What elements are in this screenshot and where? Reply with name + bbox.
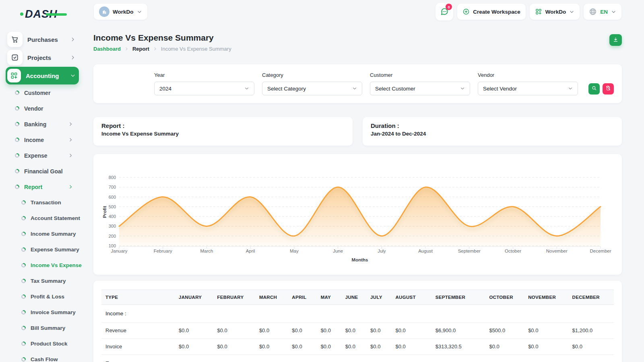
messages-button[interactable]: 0 <box>436 3 453 21</box>
svg-text:Months: Months <box>352 257 368 262</box>
logo-accent-bar <box>46 13 67 16</box>
cell-value: $0.0 <box>485 339 524 355</box>
customer-select[interactable]: Select Customer <box>370 82 470 95</box>
messages-badge: 0 <box>446 4 452 10</box>
table-section-income: Income : <box>101 305 614 323</box>
download-report-button[interactable] <box>609 34 622 46</box>
sidebar-item-financial-goal[interactable]: Financial Goal <box>0 163 85 179</box>
cell-value: $0.0 <box>391 323 431 339</box>
chevron-down-icon <box>352 86 357 91</box>
sidebar-item-label: Accounting <box>26 72 65 79</box>
sidebar-item-label: Cash Flow <box>31 356 58 362</box>
column-header-february: FEBRUARY <box>213 290 255 305</box>
category-select[interactable]: Select Category <box>262 82 362 95</box>
sidebar-item-cash-flow[interactable]: Cash Flow <box>0 352 85 362</box>
column-header-may: MAY <box>317 290 341 305</box>
sidebar-item-purchases[interactable]: Purchases <box>6 31 79 48</box>
donut-icon <box>21 247 26 252</box>
column-header-type: TYPE <box>101 290 175 305</box>
chevron-down-icon <box>460 86 465 91</box>
sidebar-item-expense[interactable]: Expense <box>0 148 85 163</box>
sidebar-item-income-summary[interactable]: Income Summary <box>0 226 85 242</box>
chevron-right-icon <box>153 47 157 51</box>
sidebar: DASH PurchasesProjectsAccountingCustomer… <box>0 0 85 362</box>
cell-value: $0.0 <box>568 339 614 355</box>
year-select[interactable]: 2024 <box>154 82 254 95</box>
breadcrumb-item-report[interactable]: Report <box>132 46 149 52</box>
sidebar-item-invoice-summary[interactable]: Invoice Summary <box>0 304 85 320</box>
sidebar-item-label: Transaction <box>31 200 61 206</box>
filter-card: Year 2024 Category Select Category Custo… <box>93 64 622 103</box>
sidebar-item-label: Income Summary <box>31 231 76 237</box>
donut-icon <box>21 278 26 284</box>
workspace-switcher[interactable]: WorkDo <box>94 4 147 20</box>
create-workspace-label: Create Workspace <box>473 9 520 15</box>
sidebar-item-customer[interactable]: Customer <box>0 85 85 101</box>
sidebar-item-label: Projects <box>27 54 65 61</box>
reset-filter-button[interactable] <box>603 83 614 95</box>
sidebar-item-banking[interactable]: Banking <box>0 116 85 132</box>
content: Income Vs Expense Summary DashboardRepor… <box>85 23 644 362</box>
vendor-select[interactable]: Select Vendor <box>478 82 578 95</box>
cell-value: $0.0 <box>341 323 366 339</box>
income-vs-expense-table: TYPEJANUARYFEBRUARYMARCHAPRILMAYJUNEJULY… <box>101 290 614 362</box>
workspace-name: WorkDo <box>113 9 134 15</box>
svg-text:July: July <box>378 249 386 253</box>
section-label: Expense : <box>101 355 614 362</box>
breadcrumb-item-income-vs-expense-summary: Income Vs Expense Summary <box>161 46 231 52</box>
donut-icon <box>14 137 20 142</box>
category-select-value: Select Category <box>267 86 306 92</box>
cell-value: $0.0 <box>317 339 341 355</box>
chevron-right-icon <box>70 37 76 42</box>
sidebar-item-income-vs-expense[interactable]: Income Vs Expense <box>0 257 85 273</box>
chevron-right-icon <box>68 153 73 158</box>
apply-filter-button[interactable] <box>588 83 600 95</box>
chevron-down-icon <box>569 9 574 14</box>
brand-logo[interactable]: DASH <box>21 7 73 21</box>
sidebar-item-projects[interactable]: Projects <box>6 49 79 66</box>
donut-icon <box>21 325 26 331</box>
breadcrumb-item-dashboard[interactable]: Dashboard <box>93 46 121 52</box>
svg-text:100: 100 <box>109 243 116 248</box>
chevron-right-icon <box>124 47 129 51</box>
check-square-icon <box>7 50 23 65</box>
sidebar-item-account-statement[interactable]: Account Statement <box>0 210 85 226</box>
language-selector[interactable]: EN <box>584 4 621 20</box>
workdo-menu-button[interactable]: WorkDo <box>530 4 580 20</box>
duration-info-card: Duration : Jan-2024 to Dec-2024 <box>363 117 622 146</box>
sidebar-item-product-stock[interactable]: Product Stock <box>0 336 85 352</box>
customer-select-value: Select Customer <box>375 86 415 92</box>
sidebar-item-bill-summary[interactable]: Bill Summary <box>0 320 85 336</box>
chevron-down-icon <box>70 73 76 78</box>
sidebar-item-income[interactable]: Income <box>0 132 85 148</box>
sidebar-item-expense-summary[interactable]: Expense Summary <box>0 242 85 257</box>
sidebar-item-report[interactable]: Report <box>0 179 85 195</box>
sidebar-item-label: Report <box>24 184 42 190</box>
workdo-menu-label: WorkDo <box>545 9 566 15</box>
create-workspace-button[interactable]: Create Workspace <box>457 4 526 20</box>
sidebar-item-label: Customer <box>24 90 50 96</box>
category-field: Category Select Category <box>262 72 362 95</box>
sidebar-item-vendor[interactable]: Vendor <box>0 101 85 116</box>
year-select-value: 2024 <box>159 86 171 92</box>
column-header-april: APRIL <box>288 290 316 305</box>
cell-value: $0.0 <box>317 323 341 339</box>
sidebar-item-accounting[interactable]: Accounting <box>6 67 79 84</box>
filter-buttons <box>588 83 614 95</box>
building-avatar-icon <box>99 6 109 17</box>
chevron-right-icon <box>70 55 76 60</box>
profit-area-chart: 100200300400500600700800JanuaryFebruaryM… <box>101 161 614 267</box>
cell-value: $500.0 <box>485 323 524 339</box>
sidebar-item-transaction[interactable]: Transaction <box>0 195 85 210</box>
app-root: DASH PurchasesProjectsAccountingCustomer… <box>0 0 644 362</box>
globe-icon <box>589 8 597 16</box>
sidebar-item-tax-summary[interactable]: Tax Summary <box>0 273 85 289</box>
sidebar-item-label: Purchases <box>27 36 65 43</box>
sidebar-item-label: Income Vs Expense <box>31 262 82 268</box>
column-header-june: JUNE <box>341 290 366 305</box>
sidebar-item-profit-loss[interactable]: Profit & Loss <box>0 289 85 304</box>
svg-text:Profit: Profit <box>102 206 107 218</box>
chevron-down-icon <box>137 9 142 14</box>
svg-text:500: 500 <box>109 204 116 209</box>
summary-table-card: TYPEJANUARYFEBRUARYMARCHAPRILMAYJUNEJULY… <box>93 281 622 362</box>
